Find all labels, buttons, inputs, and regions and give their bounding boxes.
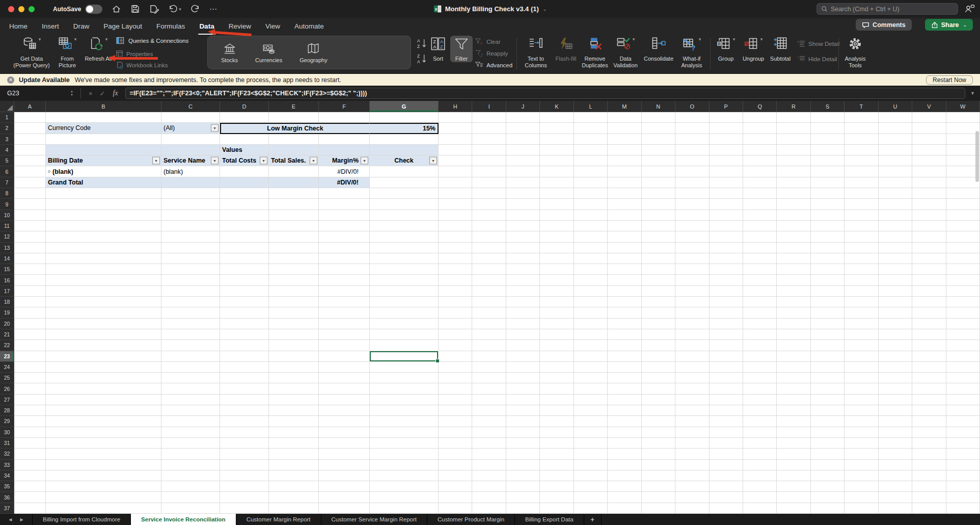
cell-H37[interactable] bbox=[439, 503, 472, 514]
cell-T9[interactable] bbox=[845, 199, 878, 209]
cell-F25[interactable] bbox=[319, 373, 370, 383]
cell-S24[interactable] bbox=[811, 362, 845, 373]
cell-O29[interactable] bbox=[675, 416, 709, 427]
cell-K36[interactable] bbox=[540, 492, 574, 503]
cell-P8[interactable] bbox=[710, 188, 743, 199]
tab-draw[interactable]: Draw bbox=[66, 21, 97, 32]
cell-M26[interactable] bbox=[608, 383, 641, 394]
cell-G35[interactable] bbox=[370, 481, 439, 492]
cell-G14[interactable] bbox=[370, 253, 439, 264]
cell-R15[interactable] bbox=[777, 264, 810, 275]
cell-S3[interactable] bbox=[811, 134, 845, 145]
cell-M30[interactable] bbox=[608, 427, 641, 438]
cell-G27[interactable] bbox=[370, 395, 439, 405]
cell-R14[interactable] bbox=[777, 253, 810, 264]
cell-C34[interactable] bbox=[161, 470, 220, 481]
cell-V17[interactable] bbox=[912, 286, 946, 297]
cell-L24[interactable] bbox=[574, 362, 608, 373]
cell-N4[interactable] bbox=[642, 145, 675, 155]
cell-K15[interactable] bbox=[540, 264, 574, 275]
cell-K7[interactable] bbox=[540, 177, 574, 188]
cell-F14[interactable] bbox=[319, 253, 370, 264]
cell-S26[interactable] bbox=[811, 383, 845, 394]
cell-K9[interactable] bbox=[540, 199, 574, 209]
cell-J16[interactable] bbox=[506, 275, 540, 285]
cell-M4[interactable] bbox=[608, 145, 641, 155]
cell-I27[interactable] bbox=[472, 395, 506, 405]
col-header-U[interactable]: U bbox=[879, 101, 912, 112]
cell-O9[interactable] bbox=[675, 199, 709, 209]
cell-R32[interactable] bbox=[777, 449, 810, 459]
cell-G3[interactable] bbox=[370, 134, 439, 145]
cell-V11[interactable] bbox=[912, 221, 946, 231]
cell-G37[interactable] bbox=[370, 503, 439, 514]
cell-F28[interactable] bbox=[319, 405, 370, 416]
cell-W26[interactable] bbox=[946, 383, 980, 394]
cell-U30[interactable] bbox=[879, 427, 912, 438]
cell-M2[interactable] bbox=[608, 123, 641, 134]
cell-S18[interactable] bbox=[811, 297, 845, 307]
cell-I22[interactable] bbox=[472, 340, 506, 351]
cell-C8[interactable] bbox=[161, 188, 220, 199]
cell-L5[interactable] bbox=[574, 155, 608, 166]
cell-L9[interactable] bbox=[574, 199, 608, 209]
cell-P36[interactable] bbox=[710, 492, 743, 503]
cell-A7[interactable] bbox=[14, 177, 46, 188]
filter-dropdown-icon[interactable]: ▼ bbox=[211, 157, 219, 165]
cell-E33[interactable] bbox=[269, 460, 319, 470]
col-header-I[interactable]: I bbox=[472, 101, 506, 112]
cell-I7[interactable] bbox=[472, 177, 506, 188]
cell-H24[interactable] bbox=[439, 362, 472, 373]
currencies-button[interactable]: Currencies bbox=[255, 42, 282, 63]
cell-A25[interactable] bbox=[14, 373, 46, 383]
cell-C12[interactable] bbox=[161, 231, 220, 242]
col-header-O[interactable]: O bbox=[675, 101, 709, 112]
cell-O25[interactable] bbox=[675, 373, 709, 383]
cell-T26[interactable] bbox=[845, 383, 878, 394]
cell-J13[interactable] bbox=[506, 243, 540, 253]
cell-E3[interactable] bbox=[269, 134, 319, 145]
cell-Q24[interactable] bbox=[743, 362, 777, 373]
row-header-12[interactable]: 12 bbox=[0, 231, 14, 242]
filter-dropdown-icon[interactable]: ▼ bbox=[152, 157, 160, 165]
cell-T12[interactable] bbox=[845, 231, 878, 242]
cell-F20[interactable] bbox=[319, 319, 370, 329]
cell-U9[interactable] bbox=[879, 199, 912, 209]
cell-C4[interactable] bbox=[161, 145, 220, 155]
cell-U4[interactable] bbox=[879, 145, 912, 155]
cell-U35[interactable] bbox=[879, 481, 912, 492]
cell-A17[interactable] bbox=[14, 286, 46, 297]
cell-T29[interactable] bbox=[845, 416, 878, 427]
cell-C22[interactable] bbox=[161, 340, 220, 351]
cell-K28[interactable] bbox=[540, 405, 574, 416]
cell-U21[interactable] bbox=[879, 329, 912, 340]
cell-D14[interactable] bbox=[220, 253, 269, 264]
cell-R9[interactable] bbox=[777, 199, 810, 209]
cell-B1[interactable] bbox=[46, 112, 161, 123]
cell-I36[interactable] bbox=[472, 492, 506, 503]
cell-P23[interactable] bbox=[710, 351, 743, 362]
cell-P7[interactable] bbox=[710, 177, 743, 188]
cell-C30[interactable] bbox=[161, 427, 220, 438]
sort-descending-icon[interactable]: ZA bbox=[417, 53, 428, 64]
cell-Q23[interactable] bbox=[743, 351, 777, 362]
analysis-tools-button[interactable]: Analysis Tools bbox=[841, 37, 869, 69]
cell-J30[interactable] bbox=[506, 427, 540, 438]
cell-W16[interactable] bbox=[946, 275, 980, 285]
cell-B32[interactable] bbox=[46, 449, 161, 459]
cell-J26[interactable] bbox=[506, 383, 540, 394]
cell-B9[interactable] bbox=[46, 199, 161, 209]
cell-E29[interactable] bbox=[269, 416, 319, 427]
cell-E11[interactable] bbox=[269, 221, 319, 231]
cell-B28[interactable] bbox=[46, 405, 161, 416]
cell-S1[interactable] bbox=[811, 112, 845, 123]
cell-J25[interactable] bbox=[506, 373, 540, 383]
cell-S32[interactable] bbox=[811, 449, 845, 459]
cell-P24[interactable] bbox=[710, 362, 743, 373]
cell-M1[interactable] bbox=[608, 112, 641, 123]
cell-G22[interactable] bbox=[370, 340, 439, 351]
cell-H27[interactable] bbox=[439, 395, 472, 405]
cell-R4[interactable] bbox=[777, 145, 810, 155]
stocks-button[interactable]: Stocks bbox=[221, 42, 238, 63]
cell-J2[interactable] bbox=[506, 123, 540, 134]
